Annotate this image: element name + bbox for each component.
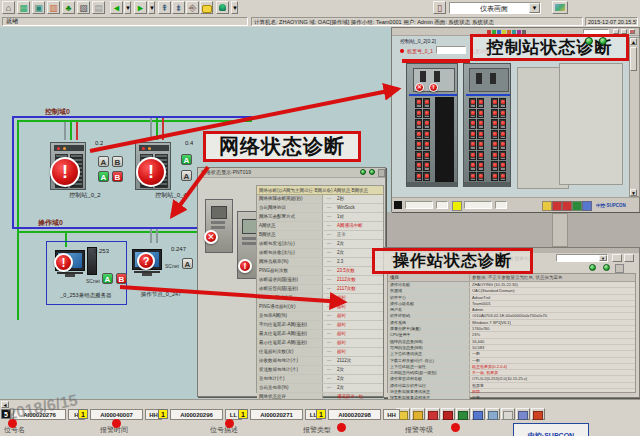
network-table-row: 网络负载率(%)—2.3 <box>257 258 383 267</box>
datetime-cell: 2015-12-07 20.15.57 <box>585 17 638 26</box>
node-0-247-name: 操作节点_0_247 <box>130 291 192 298</box>
window-menu-icon[interactable] <box>378 169 385 177</box>
operator-station-combobox[interactable]: ▼ <box>556 254 608 262</box>
alarm-entry[interactable]: 1AI00020271LL <box>238 408 322 420</box>
trend-chart-icon[interactable]: ▥ <box>47 1 60 14</box>
network-table-row: 最大往返延迟-A网(毫秒)—超时 <box>257 330 383 339</box>
network-diag-titlebar[interactable]: 网络状态显示-PNT019 <box>198 168 385 178</box>
cabinet-1[interactable]: ✕ ! <box>406 63 458 187</box>
cabinet-2[interactable] <box>463 63 511 187</box>
home-icon[interactable]: ⌂ <box>2 1 15 14</box>
user-icon[interactable] <box>216 1 229 14</box>
network-table-row: 网络冗余配置方式—1对 <box>257 213 383 222</box>
network-table-row: 往返超时次数(次)—超时 <box>257 348 383 357</box>
screen-select-combobox[interactable]: 仪表画面 ▼ <box>449 2 541 14</box>
alarm-entry[interactable]: 1AI00040007HH <box>78 408 162 420</box>
network-table-row: 接收数据包统计(个)—2112次 <box>257 357 383 366</box>
close-icon[interactable] <box>629 29 635 34</box>
network-table-row: PING超时次数—23.5次数 <box>257 267 383 276</box>
control-net-a-line <box>12 116 252 118</box>
node-0-253-badge-b: B <box>116 273 127 284</box>
io-module-card <box>415 119 422 129</box>
refresh-icon[interactable] <box>612 254 622 262</box>
network-table-rows: 网络故障诊断周期(秒)—2秒当前网络协议—WinSock网络冗余配置方式—1对A… <box>257 195 383 411</box>
alarm-count-badge: 1 <box>158 409 168 419</box>
grid-view-icon[interactable]: ▦ <box>17 1 30 14</box>
back-dropdown-icon[interactable]: ▼ <box>124 1 131 14</box>
tree-icon[interactable]: ♣ <box>62 1 75 14</box>
cabinet-1-fault-x-icon: ✕ <box>415 83 424 92</box>
io-module-card <box>499 140 506 150</box>
io-module-card <box>477 98 484 108</box>
io-module-card <box>423 130 430 140</box>
back-icon[interactable]: ◄ <box>110 1 123 14</box>
nav-next-icon[interactable] <box>369 169 375 175</box>
data-table-icon[interactable] <box>471 408 485 420</box>
forward-icon[interactable]: ► <box>134 1 147 14</box>
control-window-scrollbar[interactable]: ▲ ▼ <box>629 37 640 197</box>
trend-bars-icon[interactable] <box>456 408 470 420</box>
op-window-menu-icon[interactable] <box>615 264 624 273</box>
recording-dot-1 <box>8 419 17 428</box>
io-module-card <box>423 172 430 182</box>
alarm-footer-label: 报警类型 <box>303 426 331 434</box>
network-table-row: 网络故障诊断周期(秒)—2秒 <box>257 195 383 204</box>
system-clock-icon[interactable] <box>531 408 545 420</box>
alarm-tag: AI00020271 <box>250 409 303 420</box>
ctrl-nav-prev-icon[interactable] <box>585 37 593 45</box>
station-0-4-alarm-icon: ! <box>136 157 166 187</box>
network-table-row: 诊断包发送(次/分)—2次 <box>257 240 383 249</box>
io-module-card <box>499 161 506 171</box>
document-icon[interactable] <box>501 408 515 420</box>
message-balloon-icon[interactable] <box>200 1 213 14</box>
combo-dropdown-icon[interactable]: ▼ <box>529 3 540 13</box>
tools-icon[interactable] <box>552 1 568 14</box>
station-0-4-addr: 0.4 <box>185 140 193 147</box>
alarm-count-badge: 1 <box>316 409 326 419</box>
io-module-card <box>477 119 484 129</box>
io-module-card <box>491 119 498 129</box>
page-up-icon[interactable]: ⇞ <box>158 1 171 14</box>
page-down-icon[interactable]: ⇟ <box>172 1 185 14</box>
alarm-level: HH <box>383 409 400 420</box>
alarm-entry[interactable]: 1AI00020298HH <box>316 408 400 420</box>
supcon-logo: 中控·SUPCON <box>513 423 589 436</box>
export-icon[interactable] <box>624 254 634 262</box>
cabinet-1-fault-e-icon: ! <box>429 83 438 92</box>
alarm-panel-icon[interactable] <box>426 408 440 420</box>
io-module-card <box>415 172 422 182</box>
network-table-row: 诊断请求间隔(毫秒)—2112次数 <box>257 276 383 285</box>
station-0-2-badge-a1: A <box>98 156 109 167</box>
history-icon[interactable]: ▧ <box>77 1 90 14</box>
cabinet-icon[interactable]: ▯ <box>433 1 446 14</box>
annotation-operator-diag: 操作站状态诊断 <box>372 248 533 274</box>
alarm-count-badge: 1 <box>238 409 248 419</box>
node-0-253-selection-box[interactable]: ! 0.253 SCnet A B _0_253兼组态服务器 <box>46 241 127 305</box>
io-module-card <box>469 109 476 119</box>
exit-icon[interactable]: ⎆ <box>186 1 199 14</box>
op-nav-next-icon[interactable] <box>603 264 610 271</box>
io-module-card <box>469 140 476 150</box>
io-module-card <box>423 161 430 171</box>
alarm-panel2-icon[interactable] <box>441 408 455 420</box>
network-table-row: 平均往返延迟-A网(毫秒)—超时 <box>257 321 383 330</box>
node-0-253-net-label: SCnet <box>86 278 100 284</box>
cabinet-1-modules <box>415 98 430 182</box>
window-view-icon[interactable]: ▣ <box>32 1 45 14</box>
forward-dropdown-icon[interactable]: ▼ <box>148 1 155 14</box>
cage-number-input[interactable] <box>436 46 466 54</box>
io-module-card <box>469 130 476 140</box>
network-diag-window: 网络状态显示-PNT019 ✕ ! 网络诊断(以A网为主网运行·B网后备) A网… <box>197 167 386 397</box>
station-0-4-name: 控制站_0_4 <box>136 192 206 199</box>
nav-prev-icon[interactable] <box>360 169 366 175</box>
picture-icon[interactable] <box>486 408 500 420</box>
layout-grid-icon[interactable] <box>516 408 530 420</box>
ctrl-nav-next-icon[interactable] <box>599 37 607 45</box>
io-module-card <box>477 151 484 161</box>
io-module-card <box>415 140 422 150</box>
user-dropdown-icon[interactable]: ▼ <box>231 1 238 14</box>
op-nav-prev-icon[interactable] <box>589 264 596 271</box>
io-module-card <box>491 98 498 108</box>
network-table-row: 最小往返延迟-A网(毫秒)—超时 <box>257 339 383 348</box>
alarm-ack-icon[interactable] <box>411 408 425 420</box>
